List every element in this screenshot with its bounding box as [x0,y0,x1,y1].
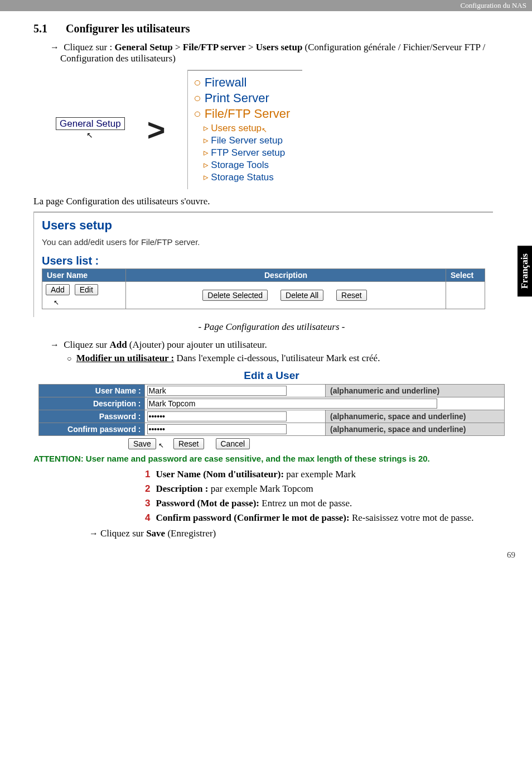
numbered-list: 1User Name (Nom d'utilisateur): par exem… [145,469,510,524]
reset-form-button[interactable]: Reset [173,438,204,449]
hint-username: (alphanumeric and underline) [326,385,505,397]
section-title-text: Configurer les utilisateurs [66,22,190,35]
language-tab: Français [518,246,532,296]
cell-username [144,385,325,397]
arrow-icon: → [50,42,59,52]
arrow-icon: → [89,529,98,538]
submenu-file[interactable]: ▹File Server setup [204,135,290,146]
caption-1: - Page Configuration des utilisateurs - [33,322,510,333]
greater-than-icon: > [147,112,166,148]
intro-line: → Cliquez sur : General Setup > File/FTP… [50,42,510,64]
general-setup-container: General Setup ↖ [56,118,125,141]
header-right: Configuration du NAS [461,1,526,9]
add-instruction: → Cliquez sur Add (Ajouter) pour ajouter… [50,339,510,351]
users-setup-panel: Users setup You can add/edit users for F… [33,212,493,317]
users-setup-sub: You can add/edit users for File/FTP serv… [42,237,485,247]
edit-user-form: User Name : (alphanumeric and underline)… [38,384,505,436]
form-button-row: Save↖ Reset Cancel [33,436,510,452]
cursor-icon: ↖ [262,126,267,134]
label-description: Description : [38,397,144,410]
submenu-users[interactable]: ▹Users setup↖ [204,122,290,134]
cell-confirm [144,423,325,436]
add-button[interactable]: Add [46,284,70,295]
edit-button[interactable]: Edit [75,284,98,295]
users-table: User Name Description Select Add Edit ↖ … [42,268,485,309]
circle-icon: ○ [67,354,71,363]
list-item: 4Confirm password (Confirmer le mot de p… [145,512,510,524]
menu-firewall[interactable]: ○Firewall [194,75,290,90]
reset-button[interactable]: Reset [336,290,367,301]
cell-select [446,282,485,309]
cursor-icon: ↖ [86,131,93,140]
section-number: 5.1 [33,22,47,35]
submenu-status[interactable]: ▹Storage Status [204,171,290,183]
users-setup-title: Users setup [42,218,485,233]
description-input[interactable] [147,399,437,409]
page-opens-line: La page Configuration des utilisateurs s… [33,196,510,207]
delete-all-button[interactable]: Delete All [280,290,323,301]
section-heading: 5.1 Configurer les utilisateurs [33,22,510,35]
modify-user-line: ○ Modifier un utilisateur : Dans l'exemp… [67,353,510,364]
attention-text: ATTENTION: User name and password are ca… [33,454,510,463]
menu-panel: ○Firewall ○Print Server ○File/FTP Server… [187,70,302,189]
th-select: Select [446,269,485,282]
list-item: 3Password (Mot de passe): Entrez un mot … [145,498,510,509]
cell-actions-mid: Delete Selected Delete All Reset [126,282,446,309]
save-button[interactable]: Save [128,438,156,449]
list-item: 2Description : par exemple Mark Topcom [145,483,510,495]
th-description: Description [126,269,446,282]
label-username: User Name : [38,385,144,397]
label-password: Password : [38,410,144,423]
confirm-password-input[interactable] [147,424,287,434]
password-input[interactable] [147,411,287,421]
menu-print[interactable]: ○Print Server [194,91,290,105]
submenu-tools[interactable]: ▹Storage Tools [204,159,290,171]
cell-password [144,410,325,423]
cancel-button[interactable]: Cancel [216,438,250,449]
hint-confirm: (alphanumeric, space and underline) [326,423,505,436]
cell-description [144,397,505,410]
top-header: Configuration du NAS [0,0,532,11]
nav-illustration: General Setup ↖ > ○Firewall ○Print Serve… [56,70,510,189]
edit-user-title: Edit a User [33,370,510,382]
submenu-ftp[interactable]: ▹FTP Server setup [204,147,290,159]
username-input[interactable] [147,386,287,396]
users-list-title: Users list : [42,255,485,267]
delete-selected-button[interactable]: Delete Selected [202,290,268,301]
th-username: User Name [42,269,126,282]
menu-fileftp[interactable]: ○File/FTP Server [194,107,290,121]
label-confirm: Confirm password : [38,423,144,436]
general-setup-button[interactable]: General Setup [56,117,125,130]
page-number: 69 [0,545,532,571]
cursor-icon: ↖ [54,299,59,306]
cursor-icon: ↖ [158,442,164,450]
arrow-icon: → [50,340,59,349]
hint-password: (alphanumeric, space and underline) [326,410,505,423]
save-instruction: →Cliquez sur Save (Enregistrer) [89,528,510,539]
cell-actions-left: Add Edit ↖ [42,282,126,309]
list-item: 1User Name (Nom d'utilisateur): par exem… [145,469,510,480]
